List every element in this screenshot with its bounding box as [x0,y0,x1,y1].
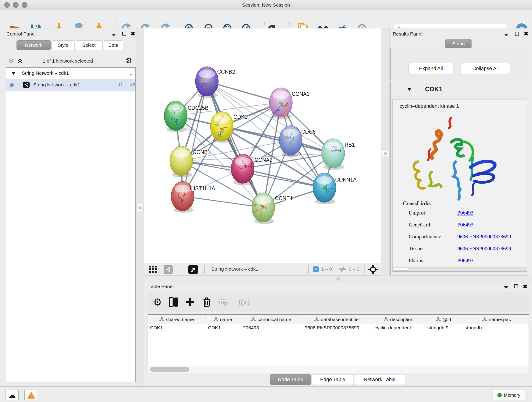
network-node-CCNB2[interactable] [196,67,218,98]
share-network-icon[interactable] [164,265,173,274]
column-header-namespac[interactable]: namespac [462,315,529,324]
column-header-name[interactable]: name [206,315,240,324]
network-node-CCNA2[interactable] [231,154,254,185]
network-node-RB1[interactable] [322,139,345,170]
delete-table-icon[interactable] [217,296,229,308]
control-panel-close-icon[interactable]: ✖ [131,32,135,36]
network-node-CDC6[interactable] [279,126,302,157]
crosslinks-heading: CrossLinks [403,200,431,207]
crosslink-label: Tissues: [409,246,426,252]
tab-network-table[interactable]: Network Table [354,374,405,385]
column-header-database-identifier[interactable]: database identifier [302,315,372,324]
network-edge-count: 48 [130,82,135,88]
tab-sets[interactable]: Sets [103,40,123,50]
column-header--id[interactable]: @id [425,315,462,324]
crosslink-link[interactable]: 9606.ENSP00000378699 [457,234,511,240]
control-panel-collapse-icon[interactable] [112,33,116,37]
toggle-columns-icon[interactable] [168,296,180,308]
crosslink-link[interactable]: P06493 [457,210,473,216]
table-cell[interactable]: P06493 [240,324,302,332]
network-node-CCNA1[interactable] [269,88,292,119]
column-header-label: database identifier [321,317,360,322]
node-label-CDC25B: CDC25B [188,105,209,111]
results-panel-float-icon[interactable] [515,32,519,36]
hidden-eye-icon[interactable] [339,266,346,274]
horizontal-splitter-handle[interactable] [336,277,340,281]
tab-select[interactable]: Select [75,40,103,50]
protein-detail-hscrollbar[interactable] [393,267,527,271]
column-header-label: shared name [166,317,194,322]
hidden-node-edge-counts: 0 – 0 [349,263,360,275]
function-builder-icon[interactable]: f(x) [234,296,254,308]
tab-network[interactable]: Network [17,40,51,50]
title-bar: Session: New Session [0,0,532,10]
table-cell[interactable]: CDK1 [206,324,240,332]
tab-edge-table[interactable]: Edge Table [312,374,354,385]
protein-expander-icon[interactable] [407,88,412,91]
network-node-CCNE1[interactable] [251,193,275,224]
collapse-all-button[interactable]: Collapse All [461,63,510,74]
column-header-description[interactable]: description [372,315,425,324]
left-splitter-handle[interactable] [136,204,144,211]
tab-style[interactable]: Style [51,40,75,50]
column-header-label: namespac [489,317,511,322]
network-options-gear-icon[interactable]: ⚙ [126,57,132,64]
table-panel-close-icon[interactable]: ✖ [523,284,527,289]
table-panel-float-icon[interactable] [514,284,518,289]
cloud-button[interactable]: ☁ [5,390,19,400]
network-row[interactable]: String Network – cdk1 11 48 [6,79,135,91]
column-header-shared-name[interactable]: shared name [148,315,206,324]
results-panel-collapse-icon[interactable] [504,33,508,37]
crosslink-label: Pharos: [409,258,424,264]
crosslink-link[interactable]: P06493 [457,222,473,228]
column-header-canonical-name[interactable]: canonical name [240,315,302,324]
protein-header-row[interactable]: CDK1 [391,81,529,97]
memory-label: Memory [504,393,520,398]
memory-button[interactable]: Memory [493,390,525,400]
table-hscroll-thumb[interactable] [150,367,190,372]
table-panel-collapse-icon[interactable] [504,286,508,290]
crosslink-link[interactable]: 9606.ENSP00000378699 [457,246,511,252]
column-header-label: canonical name [258,317,291,322]
protein-detail-hscroll-thumb[interactable] [394,268,408,271]
results-panel-close-icon[interactable]: ✖ [524,32,528,36]
network-node-CDKN1A[interactable] [313,173,336,204]
grid-view-icon[interactable] [149,266,157,274]
crosslinks-list: Uniprot:P06493GeneCard:P06493Compartment… [409,210,523,269]
table-panel: Table Panel ✖ ⚙ f(x) shared namenamecano… [144,282,532,386]
tab-string[interactable]: String [445,39,472,49]
left-splitter[interactable] [136,28,144,386]
results-panel: Results Panel ✖ String Expand All Collap… [389,28,532,275]
current-network-name: String Network – cdk1 [211,263,258,275]
crosslink-link[interactable]: P06493 [457,258,473,264]
right-splitter[interactable] [381,28,389,275]
tab-node-table[interactable]: Node Table [270,374,311,385]
network-node-CDK1[interactable] [210,112,233,143]
selected-checkbox-icon[interactable]: ✓ [313,266,319,272]
table-cell[interactable]: stringdb [462,324,529,332]
node-table-data-row[interactable]: CDK1CDK1P064939606.ENSP00000378699cyclin… [148,324,529,332]
birdseye-view-icon[interactable] [188,265,198,274]
control-panel-float-icon[interactable] [122,32,126,36]
network-node-CDC25B[interactable] [164,101,187,132]
table-settings-gear-icon[interactable]: ⚙ [152,296,164,308]
window-title: Session: New Session [0,0,532,10]
add-column-icon[interactable] [184,296,196,308]
expand-all-button[interactable]: Expand All [409,63,453,74]
horizontal-splitter[interactable] [144,275,532,282]
collection-expander-icon[interactable] [11,72,16,75]
crosshair-target-icon[interactable] [368,265,378,275]
table-cell[interactable]: 9606.ENSP00000378699 [302,324,372,332]
edge-CCNB2-CCNE1 [207,81,263,207]
network-canvas[interactable]: CCNB2CCNA1CDC25BCDK1CDC6RB1CCNB1CCNA2CDK… [144,28,381,263]
network-collection-row[interactable]: String Network – cdk1 1 [6,68,135,79]
table-cell[interactable]: stringdb:9... [425,324,462,332]
table-cell[interactable]: CDK1 [148,324,206,332]
warning-button[interactable]: ! [24,390,38,400]
delete-column-icon[interactable] [201,296,213,308]
network-node-CCNB1[interactable] [170,146,193,177]
right-splitter-handle[interactable] [382,149,389,157]
protein-detail-area: cyclin–dependent kinase 1 [393,99,527,272]
table-cell[interactable]: cyclin-dependent ... [372,324,425,332]
table-hscrollbar[interactable] [147,366,529,373]
